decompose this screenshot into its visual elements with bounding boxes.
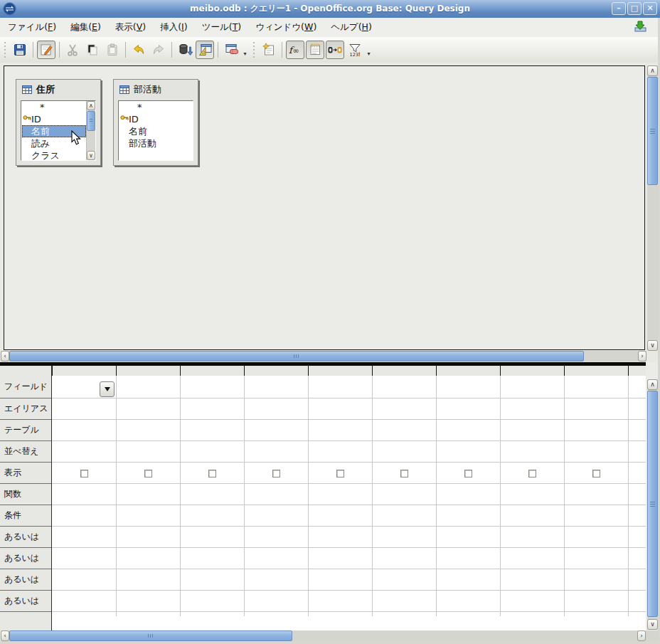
field-row-ID[interactable]: ID — [21, 113, 95, 125]
menu-tools[interactable]: ツール(T) — [196, 19, 248, 36]
column-separator[interactable] — [52, 366, 53, 376]
visible-checkbox-col-4[interactable] — [272, 470, 280, 477]
grid-row-label-table: テーブル — [0, 420, 51, 441]
scroll-up-button[interactable]: ∧ — [647, 65, 658, 76]
column-separator[interactable] — [436, 366, 437, 376]
toolbar-overflow-arrow[interactable]: ▾ — [365, 41, 373, 59]
visible-checkbox-col-2[interactable] — [144, 470, 152, 477]
grid-row-line — [52, 611, 646, 612]
visible-checkbox-col-8[interactable] — [528, 470, 536, 477]
query-criteria-grid[interactable]: フィールドエイリアステーブル並べ替え表示関数条件あるいはあるいはあるいはあるいは — [0, 366, 646, 630]
add-table-icon — [262, 43, 276, 57]
mouse-cursor — [71, 130, 82, 146]
svg-text:123: 123 — [350, 52, 358, 58]
grid-row-label-alias: エイリアス — [0, 398, 51, 420]
menu-edit[interactable]: 編集(E) — [64, 19, 107, 36]
column-separator[interactable] — [628, 366, 629, 376]
table-relation-pane[interactable]: 住所*ID名前読みクラス∧∨部活動*ID名前部活動 — [4, 65, 645, 350]
grid-column-line — [500, 376, 501, 616]
field-row-読み[interactable]: 読み — [21, 137, 95, 149]
grid-row-line — [52, 440, 646, 441]
design-view-button[interactable] — [196, 41, 214, 59]
table-icon — [308, 43, 322, 57]
field-row-asterisk[interactable]: * — [119, 101, 193, 113]
distinct-values-icon: 123! — [347, 43, 363, 57]
field-row-名前[interactable]: 名前 — [21, 125, 95, 137]
toolbar-grip[interactable] — [3, 42, 8, 58]
grid-row-line — [52, 462, 646, 463]
close-button[interactable]: ✕ — [643, 2, 657, 15]
functions-icon: f∞ — [287, 43, 303, 57]
toolbar-grip[interactable] — [252, 42, 257, 58]
add-table-button[interactable] — [260, 41, 278, 59]
save-button[interactable] — [11, 41, 29, 59]
scroll-up-button[interactable]: ∧ — [647, 379, 658, 390]
column-separator[interactable] — [180, 366, 181, 376]
field-row-asterisk[interactable]: * — [21, 101, 95, 113]
grid-row-line — [52, 398, 646, 398]
menu-insert[interactable]: 挿入(I) — [154, 19, 193, 36]
label-column-border — [51, 366, 52, 630]
grid-row-line — [52, 419, 646, 420]
visible-checkbox-col-6[interactable] — [400, 470, 408, 477]
scroll-down-button[interactable]: ∨ — [87, 151, 95, 160]
scroll-right-button[interactable]: › — [637, 630, 646, 641]
field-name: 名前 — [129, 125, 147, 138]
column-separator[interactable] — [500, 366, 501, 376]
scroll-left-button[interactable]: ‹ — [1, 630, 9, 641]
field-name: 読み — [31, 137, 50, 150]
cut-icon — [65, 43, 80, 57]
field-combobox-dropdown[interactable] — [100, 381, 115, 397]
table-window-titlebar[interactable]: 部活動 — [114, 80, 198, 100]
visible-checkbox-col-1[interactable] — [80, 470, 88, 477]
menu-window[interactable]: ウィンドウ(W) — [249, 19, 323, 36]
edit-button[interactable] — [37, 41, 55, 59]
field-row-部活動[interactable]: 部活動 — [119, 137, 193, 149]
toolbar-separator — [33, 42, 33, 58]
scroll-down-button[interactable]: ∨ — [647, 619, 658, 630]
table-window-bukatsudou[interactable]: 部活動*ID名前部活動 — [113, 79, 198, 166]
menu-view[interactable]: 表示(V) — [109, 19, 152, 36]
table-window-juusho[interactable]: 住所*ID名前読みクラス∧∨ — [16, 79, 101, 166]
update-available-icon[interactable] — [634, 21, 647, 33]
scroll-up-button[interactable]: ∧ — [87, 101, 95, 110]
grid-row-line — [52, 547, 646, 548]
menu-help[interactable]: ヘルプ(H) — [324, 19, 378, 36]
table-window-titlebar[interactable]: 住所 — [16, 80, 100, 100]
alias-button[interactable] — [326, 41, 344, 59]
distinct-values-button[interactable]: 123! — [346, 41, 364, 59]
scroll-down-button[interactable]: ∨ — [647, 340, 658, 351]
field-row-クラス[interactable]: クラス — [21, 149, 95, 161]
column-separator[interactable] — [116, 366, 117, 376]
scroll-left-button[interactable]: ‹ — [1, 351, 9, 361]
field-list-scrollbar[interactable]: ∧∨ — [86, 101, 95, 160]
field-list[interactable]: *ID名前部活動 — [118, 100, 193, 161]
grid-column-line — [436, 376, 437, 616]
grid-column-line — [308, 376, 309, 616]
visible-checkbox-col-9[interactable] — [592, 470, 600, 477]
visible-checkbox-col-7[interactable] — [464, 470, 472, 477]
undo-button[interactable] — [129, 41, 148, 59]
field-row-名前[interactable]: 名前 — [119, 125, 193, 137]
column-separator[interactable] — [372, 366, 373, 376]
field-row-ID[interactable]: ID — [119, 113, 193, 125]
visible-checkbox-col-5[interactable] — [336, 470, 344, 477]
grid-row-label-field: フィールド — [0, 376, 51, 398]
menu-file[interactable]: ファイル(F) — [1, 19, 63, 36]
column-separator[interactable] — [244, 366, 245, 376]
column-separator[interactable] — [308, 366, 309, 376]
clear-query-button[interactable] — [222, 41, 240, 59]
minimize-button[interactable]: – — [612, 2, 626, 15]
table-grid-icon — [119, 85, 129, 94]
field-list[interactable]: *ID名前読みクラス∧∨ — [21, 100, 96, 161]
table-button[interactable] — [306, 41, 324, 59]
visible-checkbox-col-3[interactable] — [208, 470, 216, 477]
window-title: meibo.odb : クエリー1 - OpenOffice.org Base:… — [0, 3, 660, 15]
maximize-button[interactable]: □ — [627, 2, 642, 15]
scroll-right-button[interactable]: › — [638, 351, 646, 361]
functions-button[interactable]: f∞ — [286, 41, 304, 59]
column-separator[interactable] — [564, 366, 565, 376]
window-frame-bottom — [0, 641, 660, 644]
toolbar-overflow-arrow[interactable]: ▾ — [241, 41, 249, 59]
run-query-button[interactable] — [176, 41, 194, 59]
